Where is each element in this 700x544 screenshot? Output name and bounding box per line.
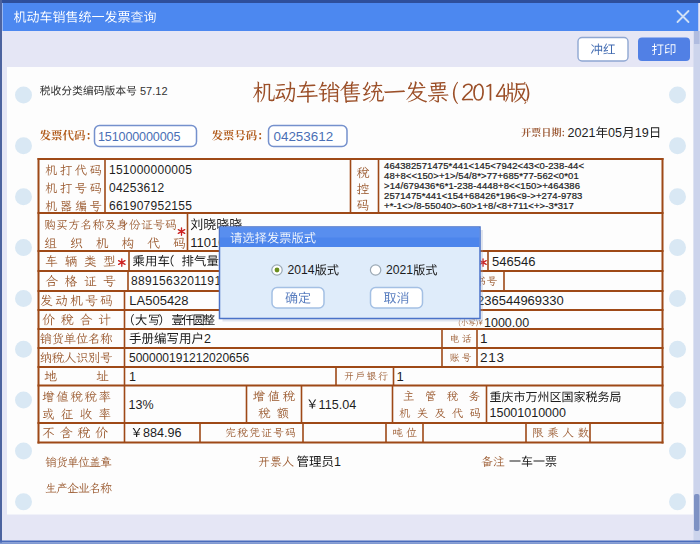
svg-text:13%: 13% bbox=[129, 398, 154, 412]
svg-text:2: 2 bbox=[204, 332, 211, 346]
svg-text:1: 1 bbox=[334, 455, 341, 469]
svg-text:151000000005: 151000000005 bbox=[98, 130, 180, 144]
svg-text:1: 1 bbox=[397, 369, 404, 384]
svg-text:546546: 546546 bbox=[492, 254, 535, 269]
svg-text:05: 05 bbox=[608, 126, 622, 140]
svg-text:884.96: 884.96 bbox=[143, 426, 182, 440]
svg-text:15001010000: 15001010000 bbox=[490, 406, 567, 420]
svg-text:213: 213 bbox=[480, 350, 505, 365]
svg-text:2021: 2021 bbox=[568, 126, 596, 140]
svg-text:2014: 2014 bbox=[288, 263, 315, 277]
svg-text:115.04: 115.04 bbox=[319, 398, 357, 412]
svg-text:04253612: 04253612 bbox=[274, 129, 334, 144]
svg-text:+*-1<>/8-55040>-60>1+8/<8+711<: +*-1<>/8-55040>-60>1+8/<8+711<+>-3*317 bbox=[384, 200, 574, 211]
svg-text:1: 1 bbox=[129, 370, 136, 384]
svg-text:151000000005: 151000000005 bbox=[109, 163, 192, 177]
svg-text:19: 19 bbox=[635, 126, 649, 140]
svg-text:04253612: 04253612 bbox=[109, 181, 164, 195]
svg-text:1: 1 bbox=[480, 331, 488, 346]
svg-text:LA505428: LA505428 bbox=[129, 293, 188, 308]
svg-text:500000191212020656: 500000191212020656 bbox=[129, 351, 249, 365]
svg-text:88915632011918: 88915632011918 bbox=[131, 274, 228, 288]
svg-text:1000.00: 1000.00 bbox=[484, 316, 529, 330]
svg-text:236544969330: 236544969330 bbox=[477, 293, 564, 308]
svg-text:661907952155: 661907952155 bbox=[109, 199, 192, 213]
svg-text:57.12: 57.12 bbox=[140, 85, 168, 97]
svg-text:2021: 2021 bbox=[386, 263, 413, 277]
